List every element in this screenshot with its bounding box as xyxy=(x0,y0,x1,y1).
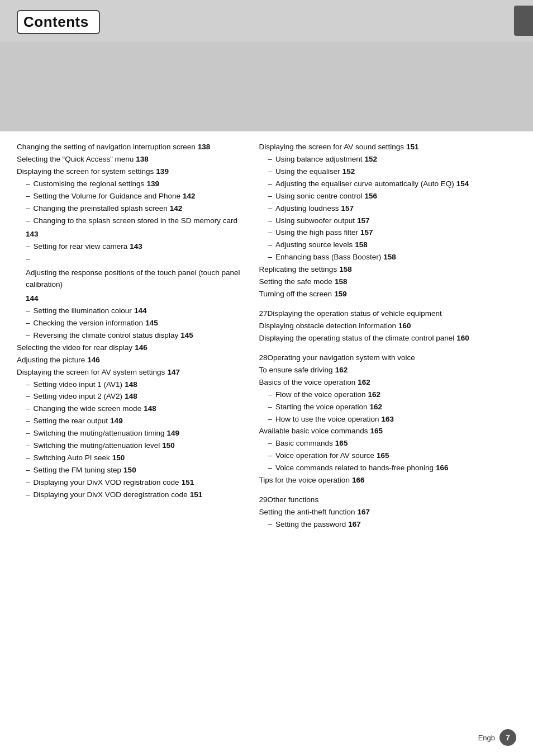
toc-page-number: 158 xyxy=(335,276,348,288)
toc-main-item: Available basic voice commands165 xyxy=(259,426,523,437)
toc-main-item: Displaying the operating status of the c… xyxy=(259,333,523,344)
footer: Engb 7 xyxy=(478,729,516,746)
toc-sub-item: –Setting video input 2 (AV2)148 xyxy=(17,391,242,403)
section-heading: 27Displaying the operation status of veh… xyxy=(259,309,523,318)
toc-page-number: 160 xyxy=(456,333,469,344)
dash-icon: – xyxy=(26,452,30,464)
toc-item-text: Setting the password xyxy=(275,519,346,531)
footer-page: 7 xyxy=(499,729,516,746)
dash-icon: – xyxy=(268,215,273,227)
toc-page-number: 162 xyxy=(335,365,348,376)
toc-sub-item: –Using the equaliser152 xyxy=(259,166,523,178)
toc-item-text: Starting the voice operation xyxy=(275,401,367,413)
toc-page-number: 165 xyxy=(377,450,389,462)
toc-sub-item: –Switching the muting/attenuation level1… xyxy=(17,440,242,452)
toc-item-text: Changing the preinstalled splash screen xyxy=(34,203,168,215)
dash-icon: – xyxy=(26,215,30,227)
section-heading: 28Operating your navigation system with … xyxy=(259,353,523,362)
toc-page-number: 143 xyxy=(26,229,39,240)
section-title: Other functions xyxy=(268,495,319,504)
toc-sub-item: –Using sonic centre control156 xyxy=(259,191,523,202)
toc-page-number: 150 xyxy=(112,452,125,464)
dash-icon: – xyxy=(268,178,273,190)
toc-sub-item: –Setting video input 1 (AV1)148 xyxy=(17,379,242,391)
toc-page-number: 157 xyxy=(360,227,373,239)
toc-item-text: Checking the version information xyxy=(34,318,144,329)
toc-sub-item: –Adjusting the response positions of the… xyxy=(17,253,242,305)
tab-marker xyxy=(514,6,533,36)
toc-main-item: Displaying the screen for AV system sett… xyxy=(17,367,242,379)
toc-item-text: Basics of the voice operation xyxy=(259,377,356,389)
toc-sub-item: –Using subwoofer output157 xyxy=(259,215,523,227)
dash-icon: – xyxy=(26,391,30,403)
toc-item-text: Displaying the operating status of the c… xyxy=(259,333,455,344)
toc-item-text: Replicating the settings xyxy=(259,264,337,276)
toc-item-text: Setting video input 1 (AV1) xyxy=(34,379,123,391)
toc-page-number: 148 xyxy=(125,391,137,403)
toc-item-text: Adjusting source levels xyxy=(275,239,353,251)
toc-page-number: 165 xyxy=(335,438,348,450)
toc-sub-item: –Enhancing bass (Bass Booster)158 xyxy=(259,252,523,263)
toc-sub-item: –Setting the illumination colour144 xyxy=(17,305,242,317)
toc-main-item: Adjusting the picture146 xyxy=(17,355,242,366)
toc-page-number: 159 xyxy=(334,289,347,300)
toc-item-text: Switching the muting/attenuation timing xyxy=(34,428,165,440)
toc-sub-item: –Setting the FM tuning step150 xyxy=(17,465,242,476)
toc-sub-item: –Setting the Volume for Guidance and Pho… xyxy=(17,191,242,202)
toc-sub-item: –Changing to the splash screen stored in… xyxy=(17,215,242,241)
toc-item-text: Displaying the screen for AV sound setti… xyxy=(259,141,404,153)
dash-icon: – xyxy=(268,389,273,401)
toc-item-text: Setting the FM tuning step xyxy=(34,465,122,476)
gray-band xyxy=(0,42,533,131)
toc-sub-item: –Checking the version information145 xyxy=(17,318,242,329)
toc-item-text: Adjusting loudness xyxy=(275,203,339,215)
toc-sub-item: –Changing the wide screen mode148 xyxy=(17,403,242,415)
toc-page-number: 146 xyxy=(87,355,100,366)
toc-sub-item: –Adjusting source levels158 xyxy=(259,239,523,251)
toc-main-item: Displaying obstacle detection informatio… xyxy=(259,320,523,332)
toc-page-number: 158 xyxy=(383,252,396,263)
toc-page-number: 167 xyxy=(357,507,370,518)
dash-icon: – xyxy=(26,428,30,440)
toc-item-text: Available basic voice commands xyxy=(259,426,368,437)
toc-item-text: Adjusting the picture xyxy=(17,355,85,366)
section-number: 27 xyxy=(259,309,268,318)
toc-item-text: Changing the wide screen mode xyxy=(34,403,142,415)
toc-item-text: Setting for rear view camera xyxy=(34,241,128,253)
toc-page-number: 151 xyxy=(190,489,203,501)
toc-main-item: Tips for the voice operation166 xyxy=(259,475,523,486)
dash-icon: – xyxy=(268,252,273,263)
toc-page-number: 165 xyxy=(370,426,383,437)
dash-icon: – xyxy=(268,450,273,462)
dash-icon: – xyxy=(268,166,273,178)
footer-lang: Engb xyxy=(478,734,495,742)
toc-item-text: Reversing the climate control status dis… xyxy=(34,330,179,342)
toc-page-number: 146 xyxy=(135,342,147,354)
toc-item-text: Setting the Volume for Guidance and Phon… xyxy=(34,191,180,202)
toc-item-text: Setting the anti-theft function xyxy=(259,507,355,518)
toc-item-text: Adjusting the equaliser curve automatica… xyxy=(275,178,454,190)
dash-icon: – xyxy=(268,203,273,215)
toc-page-number: 150 xyxy=(162,440,175,452)
toc-item-text: Selecting the “Quick Access” menu xyxy=(17,154,134,166)
toc-page-number: 138 xyxy=(136,154,149,166)
toc-item-text: Displaying your DivX VOD registration co… xyxy=(34,477,179,489)
page-title: Contents xyxy=(17,10,100,34)
toc-page-number: 139 xyxy=(156,166,169,178)
toc-page-number: 143 xyxy=(130,241,142,253)
toc-item-text: Using subwoofer output xyxy=(275,215,355,227)
toc-sub-item: –Displaying your DivX VOD registration c… xyxy=(17,477,242,489)
toc-main-item: Displaying the screen for AV sound setti… xyxy=(259,141,523,153)
toc-sub-item: –How to use the voice operation163 xyxy=(259,414,523,426)
toc-page-number: 145 xyxy=(180,330,193,342)
dash-icon: – xyxy=(268,227,273,239)
toc-sub-item: –Changing the preinstalled splash screen… xyxy=(17,203,242,215)
toc-page-number: 158 xyxy=(355,239,368,251)
toc-page-number: 138 xyxy=(198,141,211,153)
toc-main-item: Basics of the voice operation162 xyxy=(259,377,523,389)
toc-page-number: 144 xyxy=(134,305,147,317)
dash-icon: – xyxy=(26,318,30,329)
dash-icon: – xyxy=(26,203,30,215)
toc-page-number: 145 xyxy=(145,318,158,329)
toc-item-text: Displaying obstacle detection informatio… xyxy=(259,320,396,332)
